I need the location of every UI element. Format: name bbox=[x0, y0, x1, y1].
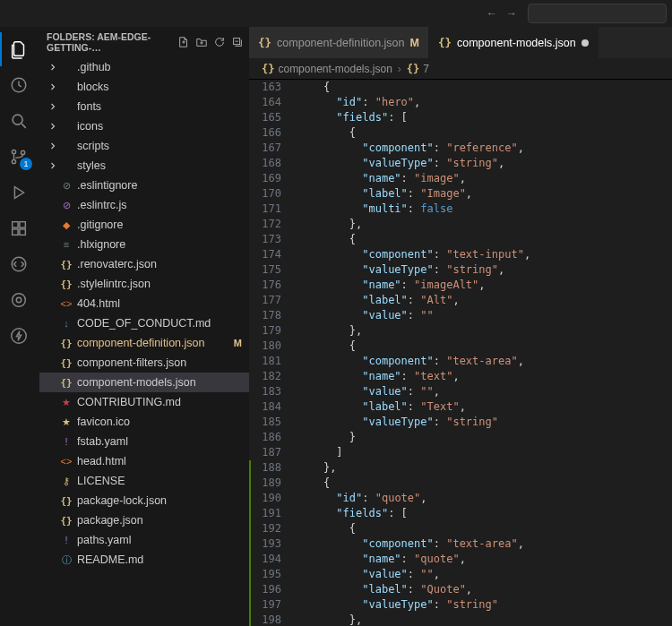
code-line[interactable]: 170 "label": "Image", bbox=[249, 186, 672, 202]
code-line[interactable]: 176 "name": "imageAlt", bbox=[249, 278, 672, 293]
code-line[interactable]: 180 { bbox=[249, 339, 672, 354]
code-line[interactable]: 181 "component": "text-area", bbox=[249, 354, 672, 369]
breadcrumb-file[interactable]: {} component-models.json bbox=[262, 63, 392, 75]
activity-run-debug[interactable] bbox=[0, 176, 38, 210]
tree-file[interactable]: ★favicon.ico bbox=[39, 412, 249, 432]
code-line[interactable]: 177 "label": "Alt", bbox=[249, 293, 672, 308]
tree-folder[interactable]: .github bbox=[39, 57, 249, 77]
code-line[interactable]: 188 }, bbox=[249, 460, 672, 476]
tree-file[interactable]: ⊘.eslintrc.js bbox=[39, 195, 249, 215]
tree-file[interactable]: !fstab.yaml bbox=[39, 432, 249, 451]
editor-tab[interactable]: {}component-models.json bbox=[429, 27, 599, 58]
code-line[interactable]: 191 "fields": [ bbox=[249, 506, 672, 521]
line-number: 195 bbox=[251, 567, 294, 582]
tree-file[interactable]: <>404.html bbox=[39, 294, 249, 313]
code-line[interactable]: 193 "component": "text-area", bbox=[249, 536, 672, 552]
activity-bolt[interactable] bbox=[0, 319, 38, 353]
activity-search[interactable] bbox=[0, 104, 38, 138]
tree-file[interactable]: ↓CODE_OF_CONDUCT.md bbox=[39, 313, 249, 333]
file-tree[interactable]: .githubblocksfontsiconsscriptsstyles⊘.es… bbox=[38, 57, 249, 626]
code-content: "label": "Alt", bbox=[294, 293, 672, 308]
tree-item-label: paths.yaml bbox=[77, 534, 242, 546]
activity-explorer[interactable] bbox=[0, 32, 38, 66]
scm-badge: 1 bbox=[20, 158, 32, 170]
code-line[interactable]: 198 }, bbox=[249, 613, 672, 626]
code-line[interactable]: 184 "label": "Text", bbox=[249, 399, 672, 415]
tree-file[interactable]: {}.stylelintrc.json bbox=[39, 274, 249, 294]
activity-remote[interactable] bbox=[0, 247, 38, 281]
code-line[interactable]: 194 "name": "quote", bbox=[249, 552, 672, 567]
code-line[interactable]: 179 }, bbox=[249, 323, 672, 339]
tree-file[interactable]: !paths.yaml bbox=[39, 530, 249, 550]
code-line[interactable]: 187 ] bbox=[249, 445, 672, 460]
code-line[interactable]: 174 "component": "text-input", bbox=[249, 247, 672, 262]
code-line[interactable]: 196 "label": "Quote", bbox=[249, 582, 672, 597]
code-line[interactable]: 190 "id": "quote", bbox=[249, 491, 672, 506]
code-line[interactable]: 189 { bbox=[249, 476, 672, 491]
code-content: "fields": [ bbox=[294, 110, 672, 125]
breadcrumb-segment[interactable]: {} 7 bbox=[407, 63, 429, 75]
code-line[interactable]: 185 "valueType": "string" bbox=[249, 415, 672, 430]
code-line[interactable]: 186 } bbox=[249, 430, 672, 445]
tree-file[interactable]: {}package-lock.json bbox=[39, 491, 249, 510]
code-line[interactable]: 169 "name": "image", bbox=[249, 171, 672, 186]
line-number: 165 bbox=[251, 110, 294, 125]
code-line[interactable]: 192 { bbox=[249, 521, 672, 536]
tree-folder[interactable]: blocks bbox=[39, 77, 249, 97]
code-line[interactable]: 173 { bbox=[249, 232, 672, 247]
tree-file[interactable]: <>head.html bbox=[39, 451, 249, 471]
collapse-all-icon[interactable] bbox=[231, 36, 244, 48]
chevron-right-icon bbox=[47, 160, 58, 171]
activity-source-control[interactable]: 1 bbox=[0, 140, 38, 174]
activity-timeline[interactable] bbox=[0, 68, 38, 102]
code-line[interactable]: 195 "value": "", bbox=[249, 567, 672, 582]
code-line[interactable]: 167 "component": "reference", bbox=[249, 141, 672, 156]
tree-item-label: package.json bbox=[77, 514, 242, 527]
new-folder-icon[interactable] bbox=[195, 36, 208, 48]
code-content: "multi": false bbox=[294, 202, 672, 217]
back-arrow-icon[interactable]: ← bbox=[487, 7, 497, 20]
tree-item-label: icons bbox=[77, 120, 242, 133]
activity-aem[interactable] bbox=[0, 283, 38, 317]
tree-file[interactable]: ★CONTRIBUTING.md bbox=[39, 392, 249, 412]
activity-extensions[interactable] bbox=[0, 211, 38, 245]
file-type-icon: {} bbox=[59, 375, 73, 390]
tree-file[interactable]: ⚷LICENSE bbox=[39, 471, 249, 491]
tree-item-label: .eslintignore bbox=[77, 179, 242, 192]
new-file-icon[interactable] bbox=[177, 36, 190, 48]
breadcrumb-bar[interactable]: {} component-models.json › {} 7 bbox=[249, 58, 672, 80]
tree-file[interactable]: ◆.gitignore bbox=[39, 215, 249, 235]
code-line[interactable]: 197 "valueType": "string" bbox=[249, 597, 672, 613]
code-line[interactable]: 164 "id": "hero", bbox=[249, 95, 672, 110]
tree-folder[interactable]: icons bbox=[39, 116, 249, 136]
code-line[interactable]: 166 { bbox=[249, 125, 672, 141]
tree-file[interactable]: {}component-filters.json bbox=[39, 353, 249, 373]
tree-item-label: component-definition.json bbox=[77, 337, 230, 349]
tree-folder[interactable]: scripts bbox=[39, 136, 249, 156]
tree-file[interactable]: {}.renovaterc.json bbox=[39, 254, 249, 274]
forward-arrow-icon[interactable]: → bbox=[506, 7, 517, 20]
tree-file[interactable]: ≡.hlxignore bbox=[39, 235, 249, 254]
code-line[interactable]: 163 { bbox=[249, 80, 672, 95]
tree-file[interactable]: {}component-definition.jsonM bbox=[39, 333, 249, 353]
code-line[interactable]: 172 }, bbox=[249, 217, 672, 232]
code-editor[interactable]: 163 {164 "id": "hero",165 "fields": [166… bbox=[249, 80, 672, 626]
code-line[interactable]: 182 "name": "text", bbox=[249, 369, 672, 384]
tree-folder[interactable]: styles bbox=[39, 156, 249, 176]
code-content: "value": "", bbox=[294, 384, 672, 399]
code-line[interactable]: 183 "value": "", bbox=[249, 384, 672, 399]
code-line[interactable]: 168 "valueType": "string", bbox=[249, 156, 672, 171]
editor-tab[interactable]: {}component-definition.jsonM bbox=[249, 27, 429, 58]
code-line[interactable]: 171 "multi": false bbox=[249, 202, 672, 217]
tree-item-label: .hlxignore bbox=[77, 238, 242, 251]
command-center-search[interactable] bbox=[528, 4, 667, 23]
tree-folder[interactable]: fonts bbox=[39, 97, 249, 116]
code-line[interactable]: 178 "value": "" bbox=[249, 308, 672, 323]
tree-file[interactable]: ⊘.eslintignore bbox=[39, 176, 249, 195]
tree-file[interactable]: {}package.json bbox=[39, 510, 249, 530]
tree-file[interactable]: ⓘREADME.md bbox=[39, 550, 249, 570]
code-line[interactable]: 165 "fields": [ bbox=[249, 110, 672, 125]
code-line[interactable]: 175 "valueType": "string", bbox=[249, 262, 672, 278]
tree-file[interactable]: {}component-models.json bbox=[39, 373, 249, 392]
refresh-icon[interactable] bbox=[213, 36, 226, 48]
